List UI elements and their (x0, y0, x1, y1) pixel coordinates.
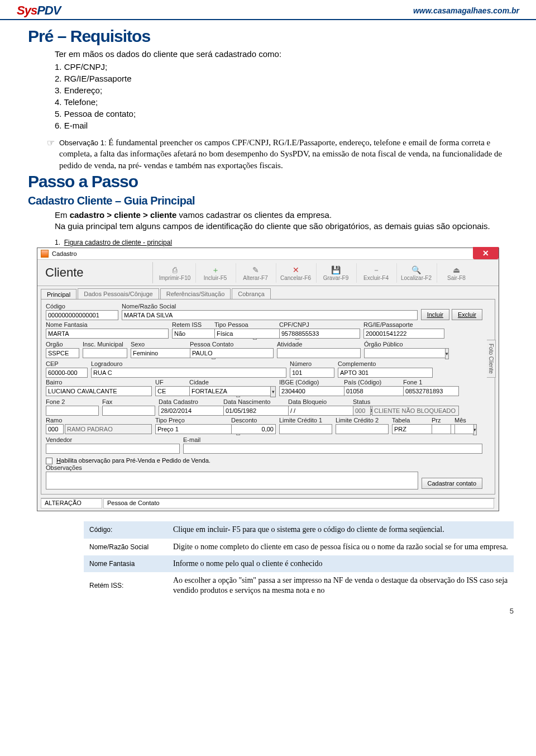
label-cpf: CPF/CNPJ (279, 321, 360, 328)
logradouro-input[interactable] (91, 368, 286, 378)
cadastrar-contato-button[interactable]: Cadastrar contato (422, 478, 482, 489)
label-pais: País (Código) (344, 379, 400, 386)
toolbar-exit-button[interactable]: ⏏Sair-F8 (437, 263, 476, 283)
page-number: 5 (0, 603, 536, 619)
minus-icon: － (357, 265, 395, 275)
chevron-down-icon[interactable]: ▾ (270, 386, 276, 397)
form-panel: Foto Cliente Código Nome/Razão Social In… (41, 299, 495, 495)
hand-pointer-icon: ☞ (47, 137, 55, 149)
tipo-preco-select[interactable] (155, 424, 236, 434)
intro-item: 6. E-mail (55, 120, 508, 131)
label-ramo: Ramo (46, 417, 152, 424)
logo: SysPDV (17, 3, 60, 18)
label-logradouro: Logradouro (91, 360, 286, 367)
tab-referencias[interactable]: Referências/Situação (160, 288, 231, 299)
figure-caption-num: 1. (55, 239, 60, 246)
fone1-input[interactable] (403, 386, 459, 396)
fax-input[interactable] (102, 406, 155, 416)
intro-block: Ter em mãos os dados do cliente que será… (55, 48, 508, 131)
window-title: Cadastro (52, 250, 77, 257)
cpf-input[interactable] (279, 329, 360, 339)
rgie-input[interactable] (363, 329, 444, 339)
window-app-icon (41, 250, 49, 258)
header-url: www.casamagalhaes.com.br (413, 6, 519, 15)
observation-text: Observação 1: É fundamental preencher os… (59, 137, 508, 171)
window-header-panel: Cliente ⎙Imprimir-F10 ＋Incluir-F5 ✎Alter… (37, 260, 499, 286)
toolbar-print-label: Imprimir-F10 (159, 275, 191, 281)
observation-label: Observação 1: (59, 139, 107, 147)
side-tab-foto-cliente[interactable]: Foto Cliente (487, 340, 496, 378)
label-numero: Número (290, 360, 334, 367)
label-limite-credito-1: Limite Crédito 1 (279, 417, 332, 424)
label-tipopessoa: Tipo Pessoa (214, 321, 276, 328)
window-close-button[interactable]: ✕ (473, 247, 499, 259)
orgao-input[interactable] (46, 348, 79, 358)
label-fax: Fax (102, 398, 155, 405)
label-ibge: IBGE (Código) (279, 379, 341, 386)
toolbar-include-button[interactable]: ＋Incluir-F5 (195, 263, 234, 283)
prz-input[interactable] (432, 424, 451, 434)
label-data-bloqueio: Data Bloqueio (288, 398, 350, 405)
intro-item: 4. Telefone; (55, 96, 508, 108)
label-vendedor: Vendedor (46, 436, 180, 443)
numero-input[interactable] (290, 368, 334, 378)
status-code-input[interactable] (353, 406, 371, 416)
toolbar-cancel-button[interactable]: ✕Cancelar-F6 (276, 263, 315, 283)
pessoa-contato-input[interactable] (190, 348, 274, 358)
label-desconto: Desconto (231, 417, 276, 424)
page-header: SysPDV www.casamagalhaes.com.br (0, 0, 536, 20)
codigo-input[interactable] (46, 310, 118, 320)
label-email: E-mail (183, 436, 482, 443)
label-atividade: Atividade (277, 341, 361, 348)
window-entity-name: Cliente (41, 262, 152, 283)
fantasia-input[interactable] (46, 329, 169, 339)
habilita-obs-checkbox[interactable] (46, 458, 52, 464)
orgao-publico-select[interactable] (364, 348, 445, 358)
print-icon: ⎙ (155, 265, 194, 275)
email-input[interactable] (183, 444, 482, 454)
excluir-button[interactable]: Excluir (452, 309, 482, 320)
toolbar-save-label: Gravar-F9 (323, 275, 349, 281)
intro-item: 3. Endereço; (55, 84, 508, 96)
def-key-fantasia: Nome Fantasia (84, 555, 168, 572)
exit-icon: ⏏ (437, 265, 476, 275)
fone2-input[interactable] (46, 406, 99, 416)
mes-input[interactable] (454, 424, 474, 434)
vendedor-input[interactable] (46, 444, 180, 454)
toolbar-alter-button[interactable]: ✎Alterar-F7 (236, 263, 275, 283)
toolbar-save-button[interactable]: 💾Gravar-F9 (316, 263, 355, 283)
toolbar-delete-button[interactable]: －Excluir-F4 (356, 263, 395, 283)
observacoes-textarea[interactable] (46, 472, 418, 489)
insc-municipal-input[interactable] (83, 348, 127, 358)
desconto-input[interactable] (231, 424, 276, 434)
intro-item: 1. CPF/CNPJ; (55, 61, 508, 73)
incluir-button[interactable]: Incluir (421, 309, 449, 320)
search-icon: 🔍 (397, 265, 436, 275)
cep-input[interactable] (46, 368, 88, 378)
ramo-code-input[interactable] (46, 424, 64, 434)
nome-input[interactable] (122, 310, 418, 320)
tab-cobranca[interactable]: Cobrança (232, 288, 271, 299)
tab-principal[interactable]: Principal (41, 289, 76, 299)
limite2-input[interactable] (336, 424, 389, 434)
cidade-select[interactable] (189, 386, 270, 396)
def-key-nome: Nome/Razão Social (84, 539, 168, 555)
label-codigo: Código (46, 303, 118, 310)
atividade-input[interactable] (277, 348, 361, 358)
label-limite-credito-2: Limite Crédito 2 (336, 417, 389, 424)
label-tipo-preco: Tipo Preço (155, 417, 228, 424)
toolbar-print-button[interactable]: ⎙Imprimir-F10 (155, 263, 194, 283)
chevron-down-icon[interactable]: ▾ (445, 348, 449, 359)
complemento-input[interactable] (338, 368, 433, 378)
bairro-input[interactable] (46, 386, 152, 396)
label-tabela: Tabela (392, 417, 428, 424)
limite1-input[interactable] (279, 424, 332, 434)
label-cep: CEP (46, 360, 88, 367)
toolbar-locate-button[interactable]: 🔍Localizar-F2 (396, 263, 436, 283)
toolbar-locate-label: Localizar-F2 (401, 275, 432, 281)
label-complemento: Complemento (338, 360, 433, 367)
tab-dados-pessoais[interactable]: Dados Pessoais/Cônjuge (78, 288, 159, 299)
label-observacoes: Observações (46, 464, 418, 471)
label-pessoa-contato: Pessoa Contato (190, 341, 274, 348)
para-em-rest: vamos cadastrar os clientes da empresa. (176, 210, 332, 220)
